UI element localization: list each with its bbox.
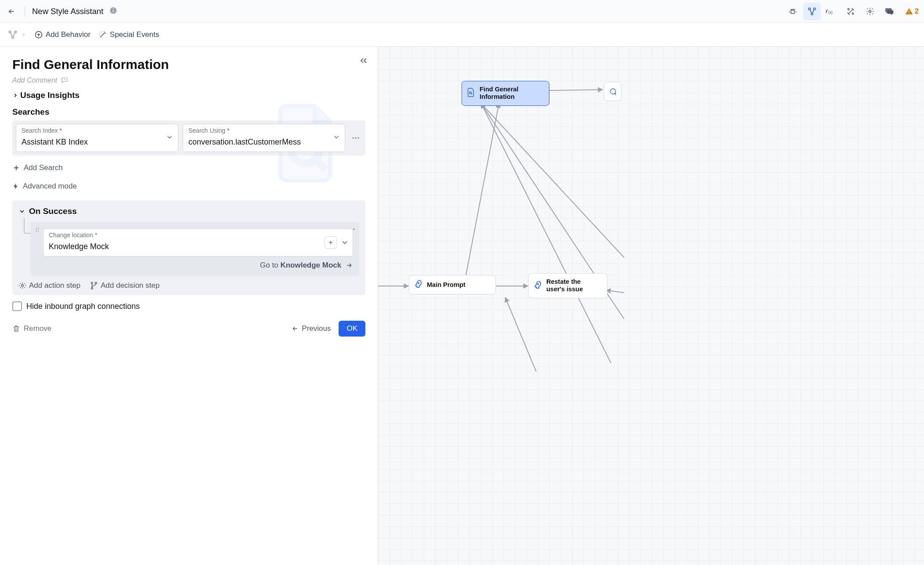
hide-inbound-row: Hide inbound graph connections xyxy=(12,301,365,311)
svg-point-23 xyxy=(38,228,39,228)
search-index-label: Search Index xyxy=(22,127,58,134)
flow-canvas[interactable]: Find General Information Main Prompt Res… xyxy=(378,47,924,565)
app-header: New Style Assistant f(x) 2 xyxy=(0,0,924,23)
back-button[interactable] xyxy=(5,3,18,20)
graph-edges xyxy=(378,47,924,565)
search-index-select[interactable]: Search Index * Assistant KB Index xyxy=(16,124,178,152)
document-search-icon xyxy=(466,88,475,99)
add-action-step-button[interactable]: Add action step xyxy=(18,281,80,290)
goto-link[interactable]: Go to Knowledge Mock xyxy=(43,261,353,270)
chevron-down-icon xyxy=(332,133,340,143)
add-decision-step-button[interactable]: Add decision step xyxy=(90,281,159,290)
svg-line-43 xyxy=(606,290,624,293)
svg-line-38 xyxy=(481,104,611,363)
node-label: Find General Information xyxy=(480,86,519,101)
svg-point-21 xyxy=(357,138,359,139)
add-search-label: Add Search xyxy=(24,163,63,172)
panel-title: Find General Information xyxy=(12,57,365,72)
hide-inbound-checkbox[interactable] xyxy=(12,301,22,311)
svg-point-9 xyxy=(848,8,849,10)
ok-button[interactable]: OK xyxy=(339,321,365,337)
svg-rect-13 xyxy=(909,13,910,14)
previous-label: Previous xyxy=(302,324,331,333)
svg-point-11 xyxy=(869,10,871,12)
chat-icon[interactable] xyxy=(881,3,898,20)
search-using-value: conversation.lastCustomerMess xyxy=(188,138,326,147)
searches-heading: Searches xyxy=(12,107,365,117)
svg-point-45 xyxy=(418,283,419,284)
advanced-mode-button[interactable]: Advanced mode xyxy=(12,182,365,191)
search-using-label: Search Using xyxy=(188,127,225,134)
change-location-value: Knowledge Mock xyxy=(49,242,109,251)
goto-prefix: Go to xyxy=(260,261,280,269)
flow-graph-icon[interactable] xyxy=(803,3,821,20)
chat-bubble-icon xyxy=(609,87,617,96)
previous-button[interactable]: Previous xyxy=(291,324,331,333)
svg-point-31 xyxy=(22,285,24,287)
arrow-left-icon xyxy=(7,7,15,15)
svg-point-15 xyxy=(14,31,16,33)
on-success-toggle[interactable]: On Success xyxy=(12,200,365,222)
remove-button[interactable]: Remove xyxy=(12,324,51,333)
usage-insights-label: Usage Insights xyxy=(20,91,79,100)
add-search-button[interactable]: Add Search xyxy=(12,163,365,172)
add-comment-button[interactable]: Add Comment xyxy=(12,76,365,84)
fx-icon[interactable]: f(x) xyxy=(823,3,840,20)
svg-line-42 xyxy=(505,298,536,372)
node-main-prompt[interactable]: Main Prompt xyxy=(409,275,496,294)
svg-line-41 xyxy=(549,90,602,91)
flow-mini-icon xyxy=(8,30,18,40)
search-using-select[interactable]: Search Using * conversation.lastCustomer… xyxy=(183,124,345,152)
add-location-option-button[interactable] xyxy=(325,236,337,249)
svg-point-4 xyxy=(808,8,810,10)
svg-point-46 xyxy=(538,284,538,285)
special-events-button[interactable]: Special Events xyxy=(98,30,159,39)
ai-head-icon xyxy=(414,279,423,290)
app-title: New Style Assistant xyxy=(32,7,103,16)
svg-point-5 xyxy=(814,8,816,10)
node-restate-issue[interactable]: Restate the user's issue xyxy=(528,273,607,298)
chevron-down-icon xyxy=(166,133,173,143)
svg-point-32 xyxy=(91,282,93,284)
arrow-left-icon xyxy=(291,325,299,332)
warning-badge[interactable]: 2 xyxy=(905,7,919,15)
plus-icon xyxy=(12,164,20,172)
add-behavior-label: Add Behavior xyxy=(46,30,90,39)
breadcrumb-root[interactable] xyxy=(8,30,26,40)
arrow-right-icon xyxy=(345,262,353,269)
plus-circle-icon xyxy=(34,30,43,39)
svg-point-10 xyxy=(852,13,853,14)
bug-icon[interactable] xyxy=(784,3,801,20)
on-success-label: On Success xyxy=(29,206,77,216)
header-divider xyxy=(25,6,25,17)
node-find-general-information[interactable]: Find General Information xyxy=(462,81,549,106)
tools-icon[interactable] xyxy=(842,3,859,20)
node-label: Main Prompt xyxy=(427,281,466,288)
search-row-menu[interactable] xyxy=(350,134,362,142)
svg-text:(x): (x) xyxy=(828,10,833,14)
svg-rect-2 xyxy=(113,8,114,9)
special-events-label: Special Events xyxy=(110,30,159,39)
info-icon[interactable] xyxy=(109,7,117,16)
subheader: Add Behavior Special Events xyxy=(0,23,924,47)
add-decision-step-label: Add decision step xyxy=(101,281,159,290)
change-location-select[interactable]: Change location * Knowledge Mock xyxy=(43,228,353,257)
svg-point-24 xyxy=(36,229,37,230)
svg-point-26 xyxy=(36,231,37,232)
speech-bubble-edit-icon xyxy=(61,76,69,84)
node-label: Restate the user's issue xyxy=(546,278,583,293)
svg-rect-1 xyxy=(113,10,114,12)
dots-horizontal-icon xyxy=(351,134,360,142)
svg-point-3 xyxy=(791,10,794,13)
svg-point-19 xyxy=(353,138,354,139)
gear-icon[interactable] xyxy=(861,3,879,20)
svg-point-25 xyxy=(38,229,39,230)
search-row: Search Index * Assistant KB Index Search… xyxy=(12,120,365,156)
collapse-panel-button[interactable] xyxy=(358,55,369,68)
usage-insights-toggle[interactable]: Usage Insights xyxy=(12,91,365,100)
drag-handle-icon[interactable] xyxy=(34,227,40,235)
add-behavior-button[interactable]: Add Behavior xyxy=(34,30,90,39)
warning-count: 2 xyxy=(915,7,919,15)
node-chat-partial[interactable] xyxy=(604,82,621,101)
remove-label: Remove xyxy=(24,324,51,333)
